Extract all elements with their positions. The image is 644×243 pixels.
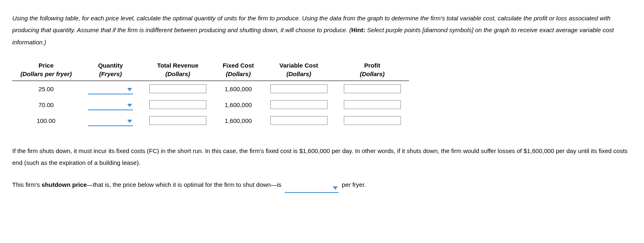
variable-cost-input[interactable] [270,84,328,93]
chevron-down-icon [127,104,132,107]
header-fixed-cost-sub: (Dollars) [223,70,254,78]
header-quantity-sub: (Fryers) [88,70,133,78]
total-revenue-input[interactable] [149,100,206,109]
header-variable-cost-main: Variable Cost [279,62,318,69]
profit-input[interactable] [344,84,401,93]
header-profit-main: Profit [364,62,380,69]
table-row: 70.00 1,600,000 [12,97,409,113]
header-total-revenue-sub: (Dollars) [149,70,206,78]
header-profit-sub: (Dollars) [344,70,401,78]
shutdown-after: per fryer. [342,181,366,188]
quantity-dropdown[interactable] [88,85,133,94]
header-variable-cost: Variable Cost (Dollars) [262,60,336,81]
quantity-dropdown[interactable] [88,117,133,126]
quantity-dropdown[interactable] [88,101,133,110]
shutdown-sentence: This firm's shutdown price—that is, the … [12,179,632,192]
header-quantity-main: Quantity [98,62,123,69]
total-revenue-input[interactable] [149,116,206,125]
variable-cost-input[interactable] [270,100,328,109]
cost-table: Price (Dollars per fryer) Quantity (Frye… [12,60,409,129]
fixed-cost-cell: 1,600,000 [215,97,262,113]
fixed-cost-cell: 1,600,000 [215,81,262,97]
shutdown-bold: shutdown price [42,181,87,188]
explainer-paragraph: If the firm shuts down, it must incur it… [12,145,632,169]
price-cell: 100.00 [12,113,80,129]
chevron-down-icon [333,186,338,190]
header-variable-cost-sub: (Dollars) [270,70,328,78]
header-profit: Profit (Dollars) [336,60,409,81]
profit-input[interactable] [344,100,401,109]
header-total-revenue-main: Total Revenue [157,62,198,69]
variable-cost-input[interactable] [270,116,328,125]
chevron-down-icon [127,120,132,123]
shutdown-middle: —that is, the price below which it is op… [87,181,281,188]
header-price: Price (Dollars per fryer) [12,60,80,81]
total-revenue-input[interactable] [149,84,206,93]
price-cell: 25.00 [12,81,80,97]
header-fixed-cost-main: Fixed Cost [223,62,254,69]
profit-input[interactable] [344,116,401,125]
instructions-paragraph: Using the following table, for each pric… [12,12,632,48]
shutdown-price-dropdown[interactable] [285,184,339,193]
chevron-down-icon [127,88,132,91]
table-row: 25.00 1,600,000 [12,81,409,97]
header-price-sub: (Dollars per fryer) [20,70,72,78]
table-row: 100.00 1,600,000 [12,113,409,129]
shutdown-before: This firm's [12,181,42,188]
header-price-main: Price [39,62,54,69]
header-total-revenue: Total Revenue (Dollars) [141,60,215,81]
hint-label: Hint: [351,26,365,33]
header-quantity: Quantity (Fryers) [80,60,141,81]
header-fixed-cost: Fixed Cost (Dollars) [215,60,262,81]
fixed-cost-cell: 1,600,000 [215,113,262,129]
price-cell: 70.00 [12,97,80,113]
